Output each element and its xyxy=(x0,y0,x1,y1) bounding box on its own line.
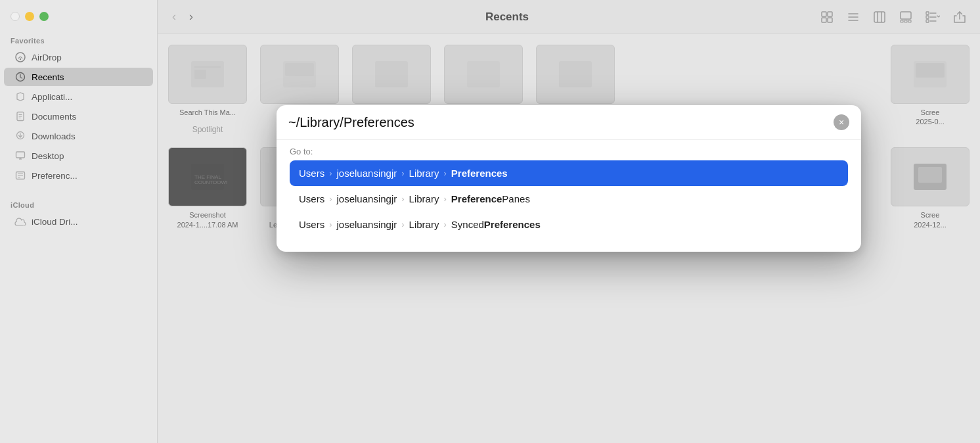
goto-section-label: Go to: xyxy=(290,147,848,156)
path-part: SyncedPreferences xyxy=(451,219,541,230)
downloads-icon xyxy=(14,130,26,142)
path-part: Library xyxy=(409,219,439,230)
path-part-bold: Preferences xyxy=(451,168,508,179)
path-separator: › xyxy=(329,168,332,178)
sidebar-item-applications[interactable]: Applicati... xyxy=(4,87,153,106)
sidebar-item-label-recents: Recents xyxy=(32,72,64,82)
path-part: Library xyxy=(409,193,439,204)
minimize-button[interactable] xyxy=(25,12,34,21)
main-content: ‹ › Recents xyxy=(158,0,980,443)
goto-dialog: × Go to: Users › joseluansingjr › Librar… xyxy=(277,105,861,252)
path-part: Library xyxy=(409,168,439,179)
path-separator: › xyxy=(443,220,446,229)
sidebar-item-label-airdrop: AirDrop xyxy=(32,53,62,62)
goto-section: Go to: Users › joseluansingjr › Library … xyxy=(277,140,861,241)
sidebar-item-label-desktop: Desktop xyxy=(32,151,64,161)
sidebar-item-recents[interactable]: Recents xyxy=(4,68,153,86)
path-separator: › xyxy=(401,220,404,229)
path-part: Users xyxy=(299,193,324,204)
goto-input-row: × xyxy=(277,105,861,140)
sidebar-item-label-documents: Documents xyxy=(32,112,76,122)
dialog-bottom-space xyxy=(277,241,861,252)
sidebar-item-airdrop[interactable]: AirDrop xyxy=(4,48,153,66)
sidebar-item-label-icloud-drive: iCloud Dri... xyxy=(32,217,78,227)
sidebar-item-icloud-drive[interactable]: iCloud Dri... xyxy=(4,212,153,231)
svg-point-1 xyxy=(20,58,21,60)
goto-result-preference-panes[interactable]: Users › joseluansingjr › Library › Prefe… xyxy=(290,186,848,212)
goto-result-preferences[interactable]: Users › joseluansingjr › Library › Prefe… xyxy=(290,160,848,186)
desktop-icon xyxy=(14,150,26,162)
sidebar-item-label-preferences: Preferenc... xyxy=(32,171,78,181)
icloud-icon xyxy=(14,216,26,227)
path-separator: › xyxy=(329,194,332,204)
maximize-button[interactable] xyxy=(39,12,49,21)
documents-icon xyxy=(14,110,26,122)
path-part: PreferencePanes xyxy=(451,193,530,204)
traffic-lights xyxy=(0,8,157,32)
goto-path-input[interactable] xyxy=(288,115,834,130)
path-part: Users xyxy=(299,219,324,230)
sidebar-item-downloads[interactable]: Downloads xyxy=(4,127,153,145)
path-separator: › xyxy=(401,194,404,204)
path-part: Users xyxy=(299,168,324,179)
sidebar-item-desktop[interactable]: Desktop xyxy=(4,147,153,165)
path-separator: › xyxy=(443,168,446,178)
close-button[interactable] xyxy=(11,12,20,21)
preferences-icon xyxy=(14,170,26,181)
sidebar: Favorites AirDrop Recents Applicati xyxy=(0,0,158,443)
icloud-section-label: iCloud xyxy=(0,196,157,212)
goto-result-synced-preferences[interactable]: Users › joseluansingjr › Library › Synce… xyxy=(290,212,848,237)
path-part: joseluansingjr xyxy=(337,193,397,204)
path-separator: › xyxy=(443,194,446,204)
svg-rect-9 xyxy=(16,152,25,158)
sidebar-item-label-applications: Applicati... xyxy=(32,92,72,102)
path-part: joseluansingjr xyxy=(337,219,397,230)
applications-icon xyxy=(14,91,26,103)
modal-overlay: × Go to: Users › joseluansingjr › Librar… xyxy=(158,0,980,443)
airdrop-icon xyxy=(14,51,26,63)
path-part: joseluansingjr xyxy=(337,168,397,179)
path-separator: › xyxy=(329,220,332,229)
sidebar-item-label-downloads: Downloads xyxy=(32,131,76,141)
sidebar-item-preferences[interactable]: Preferenc... xyxy=(4,166,153,185)
favorites-section-label: Favorites xyxy=(0,32,157,47)
sidebar-item-documents[interactable]: Documents xyxy=(4,107,153,126)
recents-icon xyxy=(14,71,26,83)
goto-clear-button[interactable]: × xyxy=(834,114,849,130)
path-separator: › xyxy=(401,168,404,178)
